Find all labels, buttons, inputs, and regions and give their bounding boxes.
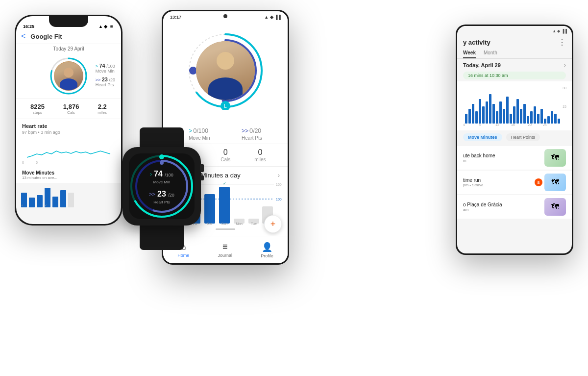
map-thumbnail-1: 🗺 <box>544 149 566 167</box>
svg-rect-12 <box>68 193 74 207</box>
heart-chevron-icon: >> <box>242 127 248 134</box>
svg-text:12: 12 <box>495 123 499 126</box>
profile-icon: 👤 <box>262 242 272 252</box>
svg-text:20: 20 <box>528 123 532 126</box>
watch-band-bottom <box>140 226 184 250</box>
activity-info-3: o Plaça de Gràcia am <box>463 202 540 212</box>
iphone-steps-label: steps <box>30 110 45 115</box>
svg-rect-30 <box>219 187 230 224</box>
watch-heart-stat: >> 23 /20 <box>149 190 174 199</box>
iphone-move-section: Move Minutes 13 minutes on ave... <box>16 167 121 183</box>
activity-meta-2: pm • Strava <box>463 183 531 187</box>
android-cals-val: 0 <box>220 148 230 157</box>
watch-move-icon: › <box>150 171 152 177</box>
android-time: 13:17 <box>170 15 181 20</box>
svg-text:✓: ✓ <box>45 204 47 207</box>
avatar-person <box>54 62 83 90</box>
watch-move-denom: /100 <box>165 173 173 177</box>
iphone-bottom-chart: ✓ ✓ <box>16 183 121 207</box>
iphone-miles-val: 2.2 <box>98 103 107 110</box>
svg-rect-10 <box>52 197 58 207</box>
right-tabs: Week Month <box>457 50 572 59</box>
android-heart-label: Heart Pts <box>242 135 262 141</box>
svg-rect-76 <box>534 106 536 124</box>
android-miles-label: miles <box>254 157 266 162</box>
android-heart-num: 0/20 <box>249 124 261 135</box>
iphone-app-title: Google Fit <box>30 33 62 40</box>
svg-rect-79 <box>544 119 546 124</box>
activity-title-3: o Plaça de Gràcia <box>463 202 540 207</box>
svg-rect-58 <box>472 104 474 124</box>
svg-rect-82 <box>554 114 557 124</box>
right-filter-row: Move Minutes Heart Points <box>457 130 572 144</box>
iphone-move-sub: 13 minutes on ave... <box>22 175 115 180</box>
svg-text:15: 15 <box>563 105 566 108</box>
svg-rect-64 <box>492 104 495 124</box>
iphone-avatar-section: > 74 /100 Move Min >> 23 /20 Heart Pts <box>16 53 121 99</box>
svg-text:8: 8 <box>479 123 481 126</box>
nav-profile[interactable]: 👤 Profile <box>261 242 273 258</box>
journal-icon: ≡ <box>222 242 228 252</box>
android-avatar-section: L <box>163 23 288 121</box>
devices-container: 16:25 ▲ ◆ ◾ < Google Fit Today 29 April <box>0 0 588 376</box>
iphone-header: < Google Fit <box>16 30 121 44</box>
activity-item-2-right: S 🗺 <box>535 174 566 191</box>
svg-text:Sun: Sun <box>221 222 228 226</box>
nav-journal-label: Journal <box>218 253 232 258</box>
svg-rect-73 <box>523 104 526 124</box>
android-cals: 0 Cals <box>220 148 230 162</box>
watch-move-val: 74 <box>154 170 163 178</box>
iphone-move-denom: /100 <box>106 64 115 69</box>
android-avatar <box>196 41 255 100</box>
nav-journal[interactable]: ≡ Journal <box>218 242 232 258</box>
android-bar-chevron: › <box>278 172 280 179</box>
activity-item-1[interactable]: ute back home m 🗺 <box>457 146 572 170</box>
android-heart-stat: >> 0/20 Heart Pts <box>242 124 262 141</box>
watch-face: › 74 /100 Move Min >> 23 /20 <box>129 153 195 219</box>
iphone-move-title: Move Minutes <box>22 170 115 175</box>
svg-rect-69 <box>510 114 512 124</box>
svg-rect-62 <box>486 101 488 124</box>
iphone-heart-denom: /20 <box>109 77 115 82</box>
watch-heart-icon: >> <box>149 191 155 197</box>
svg-rect-60 <box>479 99 481 124</box>
activity-item-3[interactable]: o Plaça de Gràcia am 🗺 <box>457 195 572 219</box>
plus-icon: + <box>270 219 276 229</box>
svg-rect-80 <box>547 116 550 124</box>
fab-button[interactable]: + <box>264 215 282 233</box>
back-arrow-icon[interactable]: < <box>21 32 25 41</box>
activity-info-1: ute back home m <box>463 153 540 163</box>
iphone-steps-val: 8225 <box>30 103 45 110</box>
watch-move-stat: › 74 /100 <box>150 170 173 178</box>
iphone-heart-val: 23 <box>102 76 108 82</box>
iphone-cals-val: 1,876 <box>63 103 79 110</box>
android-camera <box>223 14 227 18</box>
filter-heart-points[interactable]: Heart Points <box>506 133 540 141</box>
tab-month[interactable]: Month <box>484 50 497 58</box>
move-chevron: > <box>96 64 98 69</box>
svg-rect-81 <box>551 111 553 124</box>
android-home-indicator <box>216 228 235 230</box>
activity-map-1: 🗺 <box>544 149 566 167</box>
filter-move-minutes[interactable]: Move Minutes <box>463 133 502 141</box>
svg-text:24: 24 <box>543 123 547 126</box>
tab-week[interactable]: Week <box>463 50 476 58</box>
svg-rect-72 <box>520 109 522 124</box>
activity-title-1: ute back home <box>463 153 540 158</box>
activity-item-2[interactable]: time run pm • Strava S 🗺 <box>457 171 572 194</box>
watch-band-top <box>140 127 184 147</box>
activity-meta-1: m <box>463 158 540 163</box>
svg-rect-56 <box>465 114 467 124</box>
svg-rect-71 <box>516 99 519 124</box>
svg-rect-83 <box>558 119 560 124</box>
svg-rect-63 <box>489 94 491 124</box>
iphone-bar-svg: ✓ ✓ <box>16 183 121 207</box>
heart-rate-svg: 0 6 <box>22 140 115 165</box>
iphone-cals: 1,876 Cals <box>63 103 79 115</box>
watch-heart-label: Heart Pts <box>153 200 170 204</box>
iphone-move-label: Move Min <box>96 69 115 74</box>
right-date-chevron[interactable]: › <box>564 62 566 69</box>
svg-text:✓: ✓ <box>223 182 226 186</box>
right-menu-icon[interactable]: ⋮ <box>558 38 566 47</box>
svg-rect-75 <box>530 111 533 124</box>
